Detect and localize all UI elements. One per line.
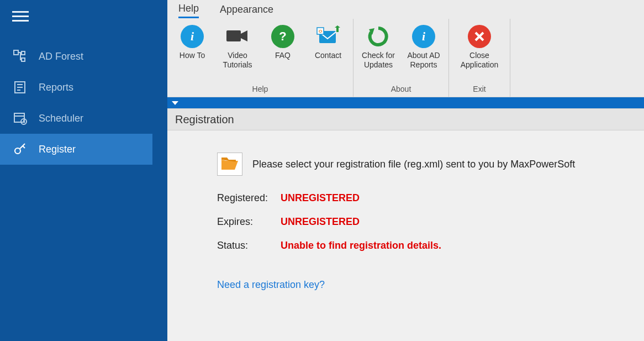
status-value: Unable to find registration details. (281, 240, 441, 251)
sidebar-item-reports[interactable]: Reports (0, 72, 167, 103)
svg-rect-0 (12, 11, 29, 13)
registration-panel: Please select your registration file (re… (167, 130, 644, 341)
howto-button[interactable]: i How To (173, 22, 212, 60)
svg-line-17 (23, 146, 25, 148)
svg-line-14 (24, 122, 25, 123)
svg-marker-19 (241, 30, 247, 41)
svg-point-15 (15, 148, 20, 154)
svg-rect-3 (14, 50, 18, 55)
reports-icon (12, 80, 28, 95)
ribbon-group-help: i How To Video Tutorials ? FAQ (167, 19, 353, 97)
menu-icon (12, 10, 155, 23)
panel-title: Registration (167, 108, 644, 130)
group-label: About (391, 82, 411, 95)
expires-value: UNREGISTERED (281, 216, 360, 228)
close-application-button[interactable]: Close Application (455, 22, 504, 70)
contact-button[interactable]: O Contact (309, 22, 347, 60)
sidebar-item-label: Reports (39, 82, 73, 93)
sidebar-item-label: AD Forest (39, 51, 83, 62)
mail-icon: O (316, 24, 340, 49)
faq-button[interactable]: ? FAQ (263, 22, 302, 60)
key-icon (12, 141, 28, 157)
main-area: Help Appearance i How To Video Tutorials (167, 0, 644, 341)
button-label: Check for Updates (359, 51, 398, 70)
collapse-bar[interactable] (167, 97, 644, 108)
group-label: Exit (473, 82, 485, 95)
info-icon: i (180, 24, 204, 49)
scheduler-icon (12, 111, 28, 126)
video-icon (225, 24, 250, 49)
button-label: Video Tutorials (218, 51, 257, 70)
sidebar-item-scheduler[interactable]: Scheduler (0, 103, 167, 134)
sidebar-items: AD Forest Reports (0, 41, 167, 165)
button-label: Close Application (455, 51, 504, 70)
registered-label: Registered: (217, 192, 281, 204)
sidebar-item-label: Scheduler (39, 113, 83, 124)
ribbon-tabs: Help Appearance (167, 0, 644, 19)
sidebar-item-register[interactable]: Register (0, 134, 152, 165)
tab-help[interactable]: Help (178, 3, 199, 18)
svg-text:O: O (319, 29, 322, 34)
sidebar-item-label: Register (39, 144, 76, 155)
chevron-down-icon (172, 100, 178, 106)
refresh-icon (366, 24, 390, 49)
svg-rect-5 (22, 58, 25, 61)
svg-rect-18 (226, 30, 241, 41)
info-icon: i (411, 24, 436, 49)
question-icon: ? (271, 24, 295, 49)
button-label: Contact (315, 51, 341, 60)
ribbon: i How To Video Tutorials ? FAQ (167, 19, 644, 97)
status-row: Status: Unable to find registration deta… (217, 240, 627, 251)
open-file-button[interactable] (217, 153, 242, 176)
ribbon-group-about: Check for Updates i About AD Reports Abo… (353, 19, 449, 97)
tree-icon (12, 49, 28, 64)
expires-row: Expires: UNREGISTERED (217, 216, 627, 228)
about-adreports-button[interactable]: i About AD Reports (404, 22, 443, 70)
registered-row: Registered: UNREGISTERED (217, 192, 627, 204)
registered-value: UNREGISTERED (281, 192, 360, 204)
svg-marker-28 (172, 101, 178, 105)
svg-rect-10 (14, 113, 24, 122)
button-label: FAQ (275, 51, 291, 60)
video-tutorials-button[interactable]: Video Tutorials (218, 22, 257, 70)
svg-rect-1 (12, 15, 29, 17)
sidebar: AD Forest Reports (0, 0, 167, 341)
folder-open-icon (220, 155, 239, 174)
group-label: Help (252, 82, 268, 95)
svg-marker-23 (335, 25, 340, 28)
status-label: Status: (217, 240, 281, 251)
close-icon (467, 24, 492, 49)
ribbon-group-exit: Close Application Exit (449, 19, 510, 97)
svg-rect-2 (12, 20, 29, 22)
button-label: About AD Reports (404, 51, 443, 70)
button-label: How To (180, 51, 205, 60)
expires-label: Expires: (217, 216, 281, 228)
registration-key-link[interactable]: Need a registration key? (217, 279, 325, 290)
instruction-text: Please select your registration file (re… (252, 159, 575, 170)
hamburger-menu[interactable] (0, 0, 167, 31)
svg-rect-4 (22, 51, 25, 55)
sidebar-item-ad-forest[interactable]: AD Forest (0, 41, 167, 72)
svg-rect-24 (336, 28, 339, 32)
check-updates-button[interactable]: Check for Updates (359, 22, 398, 70)
tab-appearance[interactable]: Appearance (220, 4, 273, 18)
